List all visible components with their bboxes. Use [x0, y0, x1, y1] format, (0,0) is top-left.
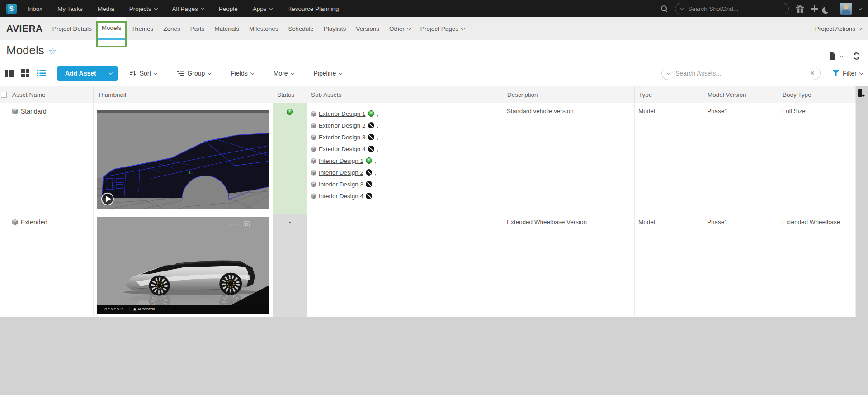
status-omit-icon	[368, 122, 374, 128]
project-actions-menu[interactable]: Project Actions	[815, 25, 862, 32]
chevron-down-icon	[109, 71, 113, 74]
tab-other[interactable]: Other	[384, 17, 415, 40]
asset-search-input[interactable]	[675, 69, 806, 77]
topnav-people[interactable]: People	[219, 5, 238, 12]
global-search[interactable]	[675, 3, 789, 14]
sub-asset-link[interactable]: Interior Design 2	[319, 169, 363, 176]
tab-playlists[interactable]: Playlists	[319, 17, 351, 40]
thumbnail-view-icon[interactable]	[21, 69, 30, 78]
tab-project-pages[interactable]: Project Pages	[415, 17, 469, 40]
status-cell[interactable]: -	[273, 214, 307, 317]
topnav-my-tasks[interactable]: My Tasks	[57, 5, 83, 12]
group-menu[interactable]: Group	[177, 70, 211, 77]
table-row: Extended ••••• D	[0, 214, 856, 317]
sub-asset-link[interactable]: Exterior Design 1	[319, 110, 366, 117]
add-asset-button[interactable]: Add Asset	[57, 66, 118, 81]
asset-link[interactable]: Standard	[21, 108, 47, 115]
topnav-inbox[interactable]: Inbox	[28, 5, 42, 12]
tab-zones[interactable]: Zones	[158, 17, 185, 40]
sort-menu[interactable]: Sort	[129, 70, 157, 77]
asset-grid: Asset Name Thumbnail Status Sub Assets D…	[0, 86, 856, 317]
tab-milestones[interactable]: Milestones	[244, 17, 283, 40]
column-header-sub-assets[interactable]: Sub Assets	[307, 86, 503, 103]
page-mode-icon[interactable]	[828, 52, 836, 61]
column-header-description[interactable]: Description	[503, 86, 635, 103]
filter-menu[interactable]: Filter	[832, 70, 863, 77]
pipeline-menu[interactable]: Pipeline	[314, 70, 342, 77]
asset-thumbnail[interactable]: ••••• D	[97, 217, 269, 314]
refresh-icon[interactable]	[852, 52, 861, 61]
page-header: Models ☆ Add Asset	[0, 40, 868, 86]
master-detail-view-icon[interactable]	[5, 69, 14, 78]
column-header-type[interactable]: Type	[635, 86, 703, 103]
sub-asset-link[interactable]: Exterior Design 4	[319, 146, 366, 152]
type-cell: Model	[635, 214, 703, 317]
shotgrid-logo[interactable]: S	[6, 4, 17, 14]
grid-header-row: Asset Name Thumbnail Status Sub Assets D…	[0, 86, 856, 103]
status-cell[interactable]	[273, 103, 307, 214]
sub-asset-link[interactable]: Interior Design 1	[319, 157, 363, 164]
topnav-resource-planning[interactable]: Resource Planning	[287, 5, 339, 12]
project-tabs: Project Details Models Themes Zones Part…	[47, 17, 469, 40]
play-button[interactable]	[102, 193, 113, 205]
global-search-input[interactable]	[687, 5, 783, 13]
column-header-status[interactable]: Status	[273, 86, 307, 103]
add-column-button[interactable]	[857, 89, 865, 100]
moon-icon[interactable]	[824, 5, 832, 13]
status-active-icon	[366, 157, 372, 164]
tab-parts[interactable]: Parts	[185, 17, 210, 40]
asset-search[interactable]: ×	[661, 67, 821, 80]
select-all-checkbox[interactable]	[1, 92, 7, 98]
list-item: Exterior Design 4 ,	[311, 143, 499, 155]
asset-thumbnail[interactable]	[97, 110, 269, 209]
add-asset-dropdown[interactable]	[104, 66, 118, 81]
svg-text:GENESIS: GENESIS	[104, 307, 124, 311]
avatar[interactable]	[840, 3, 852, 15]
asset-link[interactable]: Extended	[21, 219, 47, 226]
chevron-down-icon[interactable]	[667, 71, 670, 74]
gift-icon[interactable]	[796, 5, 804, 13]
column-header-thumbnail[interactable]: Thumbnail	[94, 86, 273, 103]
fields-menu[interactable]: Fields	[231, 70, 253, 77]
clear-search-icon[interactable]: ×	[811, 70, 815, 77]
status-omit-icon	[366, 181, 372, 187]
chevron-down-icon[interactable]	[859, 6, 862, 10]
sub-asset-link[interactable]: Exterior Design 2	[319, 122, 366, 129]
chevron-down-icon[interactable]	[840, 53, 843, 57]
tab-themes[interactable]: Themes	[126, 17, 158, 40]
svg-text:•••••: •••••	[230, 224, 239, 226]
tab-versions[interactable]: Versions	[351, 17, 384, 40]
list-item: Interior Design 4	[311, 190, 499, 202]
chevron-down-icon	[407, 26, 411, 29]
list-view-icon[interactable]	[37, 69, 46, 78]
column-header-asset-name[interactable]: Asset Name	[8, 86, 94, 103]
sub-asset-link[interactable]: Interior Design 4	[319, 193, 363, 200]
chevron-down-icon[interactable]	[680, 6, 684, 10]
status-omit-icon	[366, 169, 372, 176]
sub-asset-link[interactable]: Exterior Design 3	[319, 134, 366, 141]
plus-icon[interactable]	[811, 5, 818, 12]
column-header-model-version[interactable]: Model Version	[703, 86, 778, 103]
chevron-down-icon	[200, 6, 204, 10]
more-menu[interactable]: More	[274, 70, 294, 77]
topnav-media[interactable]: Media	[98, 5, 114, 12]
tab-project-details[interactable]: Project Details	[47, 17, 97, 40]
topnav-all-pages[interactable]: All Pages	[172, 5, 204, 12]
project-name[interactable]: AVIERA	[6, 23, 43, 34]
sub-assets-cell	[307, 214, 503, 317]
sub-asset-link[interactable]: Interior Design 3	[319, 181, 363, 188]
topnav-projects[interactable]: Projects	[129, 5, 157, 12]
svg-text:D: D	[245, 222, 248, 227]
status-active-icon	[368, 110, 374, 117]
status-omit-icon	[368, 134, 374, 140]
search-icon[interactable]	[660, 5, 668, 13]
description-cell: Extended Wheelbase Version	[503, 214, 635, 317]
tab-schedule[interactable]: Schedule	[283, 17, 319, 40]
topnav-apps[interactable]: Apps	[253, 5, 273, 12]
chevron-down-icon	[461, 26, 465, 29]
tab-models[interactable]: Models	[97, 17, 127, 40]
column-header-body-type[interactable]: Body Type	[778, 86, 856, 103]
tab-materials[interactable]: Materials	[209, 17, 244, 40]
asset-cube-icon	[12, 219, 18, 225]
favorite-star-icon[interactable]: ☆	[48, 46, 57, 57]
